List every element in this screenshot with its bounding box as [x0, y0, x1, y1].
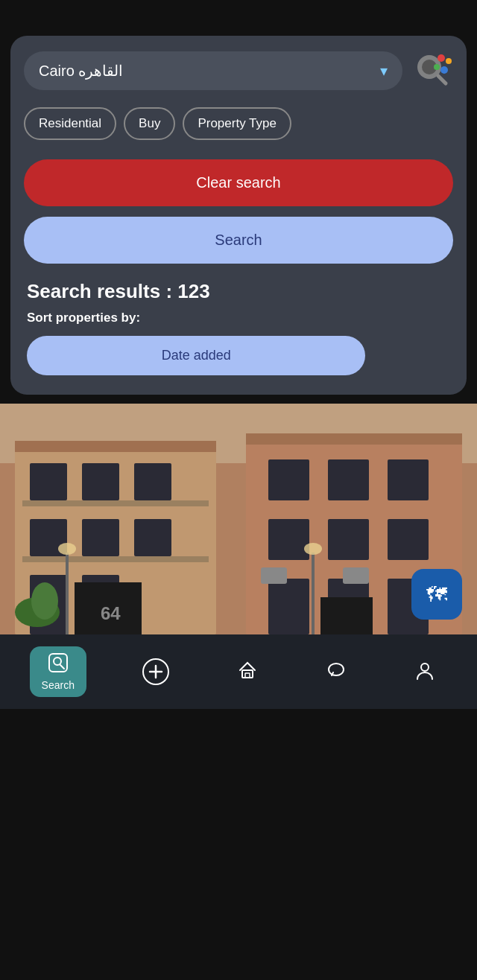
svg-point-3: [437, 54, 445, 62]
svg-rect-27: [268, 579, 309, 634]
svg-rect-14: [82, 519, 119, 556]
filter-chip-buy[interactable]: Buy: [124, 107, 175, 140]
results-title: Search results : 123: [27, 280, 450, 303]
svg-rect-26: [388, 519, 429, 560]
google-icon: [413, 51, 453, 91]
svg-point-37: [58, 543, 76, 555]
results-section: Search results : 123 Sort properties by:…: [24, 280, 453, 375]
app-container: Cairo القاهره ▾: [0, 0, 477, 709]
svg-point-5: [434, 64, 440, 70]
sort-label: Sort properties by:: [27, 311, 450, 325]
svg-rect-11: [82, 463, 119, 500]
svg-rect-32: [246, 433, 462, 445]
profile-icon: [414, 660, 435, 684]
nav-item-chat[interactable]: [314, 654, 358, 690]
home-icon: [237, 660, 258, 684]
svg-rect-30: [261, 567, 287, 584]
svg-rect-15: [134, 519, 171, 556]
filter-chip-property-type[interactable]: Property Type: [183, 107, 291, 140]
map-button[interactable]: 🗺: [411, 569, 462, 620]
search-nav-icon: [48, 652, 69, 676]
status-bar: [0, 0, 477, 30]
svg-rect-35: [320, 597, 373, 634]
svg-rect-31: [343, 567, 369, 584]
property-image-container: 64 🗺: [0, 404, 477, 634]
filter-chips: Residential Buy Property Type: [24, 107, 453, 140]
map-icon: 🗺: [426, 582, 447, 607]
svg-point-44: [54, 658, 61, 665]
svg-point-51: [421, 664, 429, 671]
chat-icon: [326, 660, 347, 684]
svg-rect-12: [134, 463, 171, 500]
svg-rect-25: [328, 519, 369, 560]
property-image: 64: [0, 404, 477, 634]
clear-search-button[interactable]: Clear search: [24, 159, 453, 206]
svg-point-6: [440, 66, 448, 74]
svg-rect-18: [22, 500, 209, 506]
svg-point-4: [446, 58, 452, 64]
svg-rect-21: [268, 459, 309, 500]
svg-rect-48: [242, 670, 253, 678]
svg-rect-19: [22, 556, 209, 562]
chevron-down-icon: ▾: [380, 62, 388, 80]
svg-point-41: [31, 582, 58, 620]
nav-item-home[interactable]: [225, 654, 270, 690]
svg-rect-23: [388, 459, 429, 500]
svg-point-39: [304, 543, 322, 555]
svg-rect-24: [268, 519, 309, 560]
location-row: Cairo القاهره ▾: [24, 51, 453, 91]
svg-point-50: [329, 664, 344, 675]
nav-label-search: Search: [42, 679, 75, 691]
plus-icon: [142, 658, 169, 685]
nav-item-add[interactable]: [130, 652, 181, 691]
nav-item-search[interactable]: Search: [30, 646, 86, 697]
nav-item-profile[interactable]: [402, 654, 447, 690]
svg-rect-10: [30, 463, 67, 500]
filter-chip-residential[interactable]: Residential: [24, 107, 116, 140]
location-text: Cairo القاهره: [39, 62, 373, 80]
svg-line-2: [438, 76, 446, 83]
sort-button[interactable]: Date added: [27, 336, 365, 375]
svg-line-45: [60, 665, 64, 669]
search-panel: Cairo القاهره ▾: [10, 36, 467, 395]
bottom-nav: Search: [0, 634, 477, 709]
svg-text:64: 64: [101, 603, 121, 623]
location-dropdown[interactable]: Cairo القاهره ▾: [24, 51, 402, 90]
svg-rect-33: [15, 441, 216, 452]
svg-rect-22: [328, 459, 369, 500]
search-button[interactable]: Search: [24, 217, 453, 264]
